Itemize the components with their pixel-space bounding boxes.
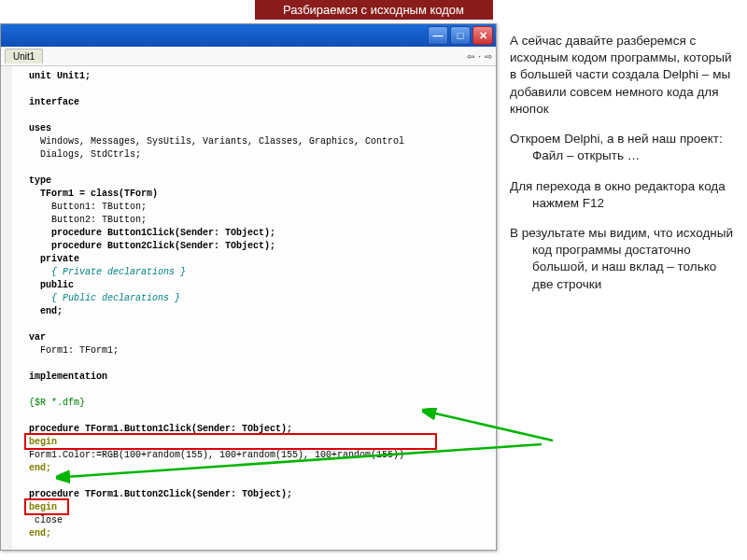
tab-bar: Unit1 ⇦ · ⇨ (1, 47, 496, 66)
nav-left-icon[interactable]: ⇦ (467, 51, 474, 62)
tab-unit1[interactable]: Unit1 (5, 49, 43, 63)
maximize-button[interactable]: □ (450, 26, 471, 45)
nav-dot-icon: · (478, 51, 481, 62)
editor-window: — □ ✕ Unit1 ⇦ · ⇨ unit Unit1; interface … (0, 23, 497, 551)
code-area[interactable]: unit Unit1; interface uses Windows, Mess… (1, 66, 496, 550)
highlight-box-1 (24, 433, 437, 450)
intro-paragraph: А сейчас давайте разберемся с исходным к… (510, 33, 734, 118)
close-button[interactable]: ✕ (472, 26, 493, 45)
step-1: Откроем Delphi, а в ней наш проект: Файл… (510, 131, 734, 164)
step-3: В результате мы видим, что исходный код … (510, 225, 734, 293)
content-layout: — □ ✕ Unit1 ⇦ · ⇨ unit Unit1; interface … (0, 23, 747, 551)
step-2: Для перехода в окно редактора кода нажме… (510, 178, 734, 212)
nav-right-icon[interactable]: ⇨ (485, 51, 492, 62)
explanation-panel: А сейчас давайте разберемся с исходным к… (497, 23, 747, 551)
window-titlebar: — □ ✕ (1, 24, 496, 47)
slide-title: Разбираемся с исходным кодом (255, 0, 493, 20)
nav-arrows: ⇦ · ⇨ (467, 51, 492, 62)
minimize-button[interactable]: — (428, 26, 448, 45)
